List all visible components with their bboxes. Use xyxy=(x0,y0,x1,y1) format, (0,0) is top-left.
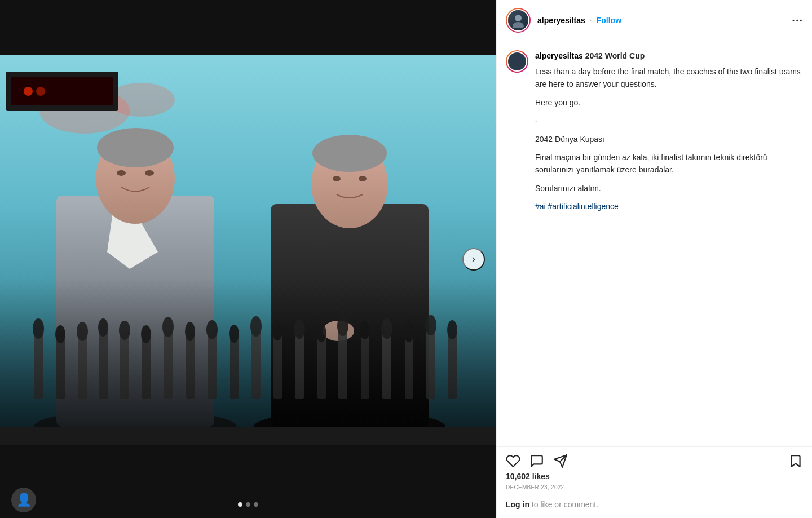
post-date: DECEMBER 23, 2022 xyxy=(506,484,803,495)
action-icons xyxy=(506,451,803,471)
login-suffix: to like or comment. xyxy=(529,500,598,509)
dot-1[interactable] xyxy=(238,502,242,507)
login-link[interactable]: Log in xyxy=(506,500,529,509)
follow-button[interactable]: Follow xyxy=(597,16,621,25)
svg-rect-62 xyxy=(0,55,496,427)
caption-tr-1: Final maçına bir günden az kala, iki fin… xyxy=(535,151,803,176)
caption-separator: - xyxy=(535,114,803,127)
svg-point-64 xyxy=(513,22,524,28)
heart-icon xyxy=(506,454,520,468)
left-panel: › 👤 xyxy=(0,0,496,518)
svg-point-63 xyxy=(515,15,522,21)
post-image xyxy=(0,55,496,427)
post-header: alperyesiltas · Follow ··· xyxy=(497,0,812,41)
avatar-inner xyxy=(507,9,529,32)
action-bar: 10,602 likes DECEMBER 23, 2022 Log in to… xyxy=(497,446,812,518)
caption-en-2: Here you go. xyxy=(535,96,803,109)
caption-en-1: Less than a day before the final match, … xyxy=(535,65,803,91)
more-options-button[interactable]: ··· xyxy=(792,14,803,27)
person-silhouette xyxy=(510,12,526,28)
dot-3[interactable] xyxy=(254,502,258,507)
comment-icon xyxy=(529,454,544,468)
caption-username[interactable]: alperyesiltas xyxy=(535,51,583,60)
separator: · xyxy=(590,16,592,25)
login-line: Log in to like or comment. xyxy=(506,495,803,516)
next-slide-button[interactable]: › xyxy=(462,248,485,271)
like-button[interactable] xyxy=(506,454,520,468)
bookmark-icon xyxy=(788,454,803,468)
current-user-avatar[interactable]: 👤 xyxy=(11,488,36,512)
slide-dots xyxy=(238,502,258,507)
likes-count: 10,602 likes xyxy=(506,471,803,484)
caption-avatar-inner xyxy=(507,51,527,72)
share-icon xyxy=(553,454,568,468)
caption-tr-title: 2042 Dünya Kupası xyxy=(535,133,803,145)
image-svg xyxy=(0,55,496,427)
bottom-dark-area xyxy=(0,445,496,518)
caption-body: Less than a day before the final match, … xyxy=(535,65,803,213)
header-username[interactable]: alperyesiltas xyxy=(537,16,585,25)
dot-2[interactable] xyxy=(246,502,250,507)
caption-avatar[interactable] xyxy=(506,50,528,73)
avatar-placeholder xyxy=(508,10,528,30)
caption-text-block: alperyesiltas 2042 World Cup Less than a… xyxy=(535,50,803,219)
right-panel: alperyesiltas · Follow ··· alperyesiltas… xyxy=(496,0,812,518)
caption-tr-2: Sorularınızı alalım. xyxy=(535,182,803,194)
image-background xyxy=(0,55,496,427)
comment-button[interactable] xyxy=(529,454,544,468)
caption-title: 2042 World Cup xyxy=(585,51,645,60)
profile-avatar[interactable] xyxy=(506,8,531,33)
caption-area: alperyesiltas 2042 World Cup Less than a… xyxy=(497,41,812,446)
header-info: alperyesiltas · Follow xyxy=(537,16,785,25)
user-icon: 👤 xyxy=(16,493,32,507)
share-button[interactable] xyxy=(553,454,568,468)
chevron-right-icon: › xyxy=(472,253,475,265)
caption-hashtags[interactable]: #ai #artificialintelligence xyxy=(535,200,803,212)
save-button[interactable] xyxy=(788,454,803,468)
caption-header: alperyesiltas 2042 World Cup Less than a… xyxy=(506,50,803,219)
